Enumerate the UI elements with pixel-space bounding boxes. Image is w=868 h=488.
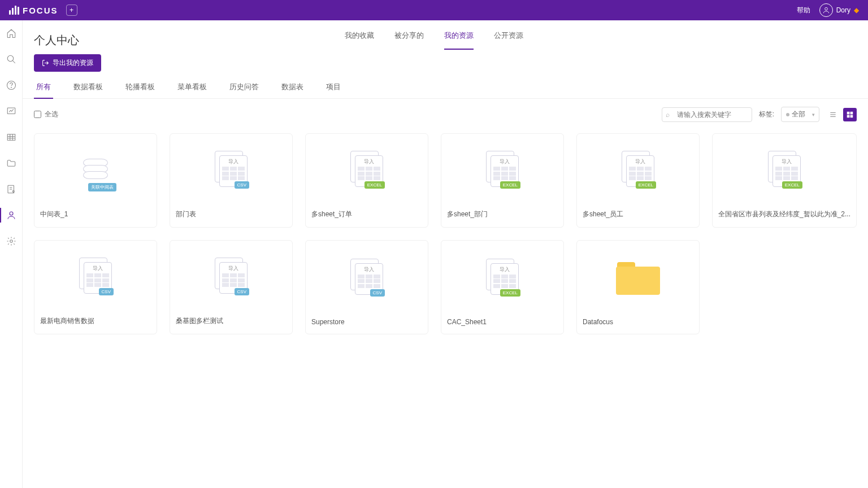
sub-tabs: 所有数据看板轮播看板菜单看板历史问答数据表项目	[23, 82, 868, 99]
brand-text: FOCUS	[23, 6, 58, 15]
avatar-icon	[819, 3, 833, 17]
select-all-checkbox[interactable]	[34, 111, 41, 118]
grid-view-button[interactable]	[843, 108, 857, 121]
list-view-button[interactable]	[826, 108, 840, 121]
svg-rect-13	[850, 115, 853, 117]
chevron-down-icon: ▾	[812, 112, 815, 117]
resource-card[interactable]: 导入EXCEL多sheet_部门	[441, 133, 564, 228]
sub-tab-1[interactable]: 数据看板	[71, 82, 105, 98]
nav-data-icon[interactable]	[6, 184, 16, 194]
card-name: CAC_Sheet1	[441, 312, 563, 334]
resource-card[interactable]: Datafocus	[576, 240, 700, 334]
user-name: Dory	[836, 6, 850, 14]
search-input[interactable]	[662, 107, 752, 122]
sub-tab-4[interactable]: 历史问答	[227, 82, 261, 98]
sheet-icon: 导入CSV	[215, 258, 248, 294]
svg-point-8	[10, 212, 13, 215]
card-name: 中间表_1	[34, 204, 157, 227]
export-button[interactable]: 导出我的资源	[34, 54, 101, 72]
resource-card[interactable]: 关联中间表中间表_1	[34, 133, 157, 228]
card-name: Superstore	[306, 312, 428, 334]
tag-dot-icon	[786, 113, 789, 116]
select-all[interactable]: 全选	[34, 110, 58, 119]
sub-tab-5[interactable]: 数据表	[279, 82, 306, 98]
top-tabs: 我的收藏被分享的我的资源公开资源	[345, 30, 523, 50]
sheet-icon: 导入EXCEL	[768, 151, 801, 187]
sheet-icon: 导入CSV	[350, 259, 383, 295]
main: 个人中心 我的收藏被分享的我的资源公开资源 导出我的资源 所有数据看板轮播看板菜…	[23, 20, 868, 488]
top-left: FOCUS +	[9, 5, 77, 16]
logo-bars-icon	[9, 6, 19, 15]
sheet-icon: 导入EXCEL	[622, 151, 654, 187]
top-right: 帮助 Dory ◆	[797, 3, 859, 17]
search-box: ⌕	[662, 107, 752, 122]
sheet-icon: 导入CSV	[79, 258, 112, 294]
resource-card[interactable]: 导入EXCEL全国省区市县列表及经纬度_暂以此为准_2...	[712, 133, 857, 228]
nav-table-icon[interactable]	[6, 132, 16, 142]
diamond-icon: ◆	[854, 6, 859, 14]
svg-rect-5	[7, 134, 15, 141]
top-tab-1[interactable]: 被分享的	[394, 30, 424, 50]
database-icon: 关联中间表	[79, 151, 112, 187]
resource-card[interactable]: 导入EXCEL多sheet_订单	[305, 133, 428, 228]
nav-home-icon[interactable]	[6, 28, 16, 38]
sub-tab-3[interactable]: 菜单看板	[175, 82, 209, 98]
user-menu[interactable]: Dory ◆	[819, 3, 859, 17]
export-row: 导出我的资源	[23, 50, 868, 82]
resource-card[interactable]: 导入CSV桑基图多栏测试	[170, 240, 293, 334]
top-bar: FOCUS + 帮助 Dory ◆	[0, 0, 868, 20]
folder-icon	[616, 259, 660, 295]
toolbar: 全选 ⌕ 标签: 全部 ▾	[23, 99, 868, 130]
sheet-icon: 导入EXCEL	[486, 151, 519, 187]
sheet-icon: 导入EXCEL	[350, 151, 383, 187]
top-tab-0[interactable]: 我的收藏	[345, 30, 374, 50]
export-label: 导出我的资源	[53, 58, 93, 68]
top-tab-3[interactable]: 公开资源	[494, 30, 523, 50]
logo[interactable]: FOCUS	[9, 6, 58, 15]
resource-card[interactable]: 导入EXCEL多sheet_员工	[576, 133, 700, 228]
card-name: Datafocus	[577, 312, 699, 334]
sidebar	[0, 20, 23, 488]
card-name: 全国省区市县列表及经纬度_暂以此为准_2...	[713, 204, 856, 227]
resource-grid: 关联中间表中间表_1导入CSV部门表导入EXCEL多sheet_订单导入EXCE…	[23, 130, 868, 346]
resource-card[interactable]: 导入CSV部门表	[170, 133, 293, 228]
svg-point-0	[824, 7, 827, 10]
resource-card[interactable]: 导入CSV最新电商销售数据	[34, 240, 157, 334]
sub-tab-0[interactable]: 所有	[34, 82, 53, 99]
resource-card[interactable]: 导入CSVSuperstore	[305, 240, 428, 334]
nav-search-icon[interactable]	[6, 54, 16, 64]
export-icon	[42, 59, 49, 67]
view-switcher	[826, 108, 857, 121]
header-row: 个人中心 我的收藏被分享的我的资源公开资源	[23, 20, 868, 50]
card-name: 最新电商销售数据	[34, 311, 157, 334]
svg-point-7	[12, 190, 14, 192]
card-name: 多sheet_员工	[577, 204, 699, 227]
select-all-label: 全选	[45, 110, 58, 119]
sub-tab-2[interactable]: 轮播看板	[123, 82, 157, 98]
svg-point-9	[10, 240, 12, 243]
tag-label: 标签:	[759, 110, 774, 119]
page-title: 个人中心	[34, 33, 79, 48]
sub-tab-6[interactable]: 项目	[324, 82, 343, 98]
tag-select[interactable]: 全部 ▾	[781, 107, 819, 122]
svg-rect-11	[850, 111, 853, 114]
top-tab-2[interactable]: 我的资源	[444, 30, 474, 50]
card-name: 部门表	[170, 204, 292, 227]
tag-value: 全部	[792, 110, 805, 119]
sheet-icon: 导入CSV	[215, 151, 248, 187]
resource-card[interactable]: 导入EXCELCAC_Sheet1	[441, 240, 564, 334]
help-link[interactable]: 帮助	[797, 6, 810, 15]
card-name: 多sheet_部门	[441, 204, 563, 227]
card-name: 多sheet_订单	[306, 204, 428, 227]
nav-folder-icon[interactable]	[6, 158, 16, 168]
search-icon: ⌕	[666, 111, 670, 119]
svg-rect-12	[847, 115, 850, 117]
nav-user-icon[interactable]	[6, 210, 16, 220]
svg-rect-10	[847, 111, 850, 114]
nav-settings-icon[interactable]	[6, 236, 16, 246]
svg-point-1	[7, 55, 14, 62]
nav-help-icon[interactable]	[6, 80, 16, 90]
sheet-icon: 导入EXCEL	[486, 259, 519, 295]
add-button[interactable]: +	[66, 5, 77, 16]
nav-chart-icon[interactable]	[6, 106, 16, 116]
